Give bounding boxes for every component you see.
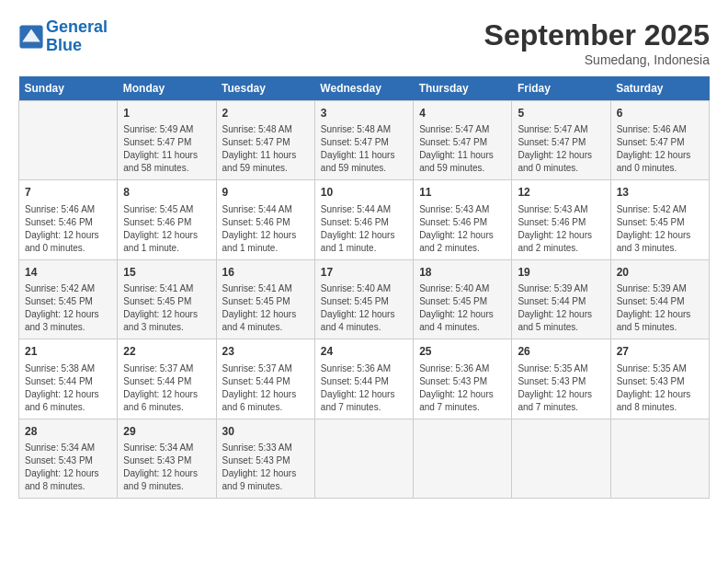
day-info: Sunrise: 5:36 AM Sunset: 5:44 PM Dayligh…: [321, 362, 407, 414]
day-info: Sunrise: 5:42 AM Sunset: 5:45 PM Dayligh…: [617, 203, 703, 255]
calendar-cell: 29Sunrise: 5:34 AM Sunset: 5:43 PM Dayli…: [118, 419, 216, 498]
calendar-cell: 15Sunrise: 5:41 AM Sunset: 5:45 PM Dayli…: [118, 259, 216, 339]
day-info: Sunrise: 5:41 AM Sunset: 5:45 PM Dayligh…: [222, 282, 309, 334]
day-number: 9: [222, 185, 309, 201]
day-number: 17: [321, 265, 407, 281]
calendar-week-row: 21Sunrise: 5:38 AM Sunset: 5:44 PM Dayli…: [19, 339, 710, 419]
logo-text: General Blue: [46, 18, 108, 55]
calendar-cell: 23Sunrise: 5:37 AM Sunset: 5:44 PM Dayli…: [216, 339, 314, 419]
day-info: Sunrise: 5:46 AM Sunset: 5:47 PM Dayligh…: [617, 123, 703, 175]
logo-icon: [18, 24, 44, 50]
day-info: Sunrise: 5:40 AM Sunset: 5:45 PM Dayligh…: [321, 282, 407, 334]
calendar-cell: [314, 419, 413, 498]
day-info: Sunrise: 5:41 AM Sunset: 5:45 PM Dayligh…: [123, 282, 210, 334]
calendar-cell: 13Sunrise: 5:42 AM Sunset: 5:45 PM Dayli…: [610, 180, 709, 259]
day-number: 30: [222, 424, 309, 440]
calendar-cell: 27Sunrise: 5:35 AM Sunset: 5:43 PM Dayli…: [610, 339, 709, 419]
calendar-cell: 24Sunrise: 5:36 AM Sunset: 5:44 PM Dayli…: [314, 339, 413, 419]
calendar-cell: 9Sunrise: 5:44 AM Sunset: 5:46 PM Daylig…: [216, 180, 314, 259]
calendar-cell: 28Sunrise: 5:34 AM Sunset: 5:43 PM Dayli…: [19, 419, 118, 498]
day-number: 2: [222, 106, 309, 121]
day-number: 4: [419, 106, 506, 121]
day-number: 24: [321, 344, 407, 360]
day-number: 21: [25, 344, 111, 360]
day-info: Sunrise: 5:48 AM Sunset: 5:47 PM Dayligh…: [321, 123, 407, 175]
day-number: 28: [25, 424, 111, 440]
calendar-week-row: 1Sunrise: 5:49 AM Sunset: 5:47 PM Daylig…: [19, 101, 710, 180]
day-info: Sunrise: 5:43 AM Sunset: 5:46 PM Dayligh…: [518, 203, 604, 255]
day-info: Sunrise: 5:49 AM Sunset: 5:47 PM Dayligh…: [123, 123, 210, 175]
day-number: 20: [617, 265, 703, 281]
calendar-cell: 11Sunrise: 5:43 AM Sunset: 5:46 PM Dayli…: [414, 180, 512, 259]
day-header-saturday: Saturday: [610, 76, 709, 101]
day-number: 29: [123, 424, 210, 440]
calendar-cell: 6Sunrise: 5:46 AM Sunset: 5:47 PM Daylig…: [610, 101, 709, 180]
day-number: 14: [25, 265, 111, 281]
day-number: 10: [321, 185, 407, 201]
calendar-cell: 2Sunrise: 5:48 AM Sunset: 5:47 PM Daylig…: [216, 101, 314, 180]
day-info: Sunrise: 5:42 AM Sunset: 5:45 PM Dayligh…: [25, 282, 111, 334]
calendar-cell: 21Sunrise: 5:38 AM Sunset: 5:44 PM Dayli…: [19, 339, 118, 419]
calendar-cell: 7Sunrise: 5:46 AM Sunset: 5:46 PM Daylig…: [19, 180, 118, 259]
day-number: 23: [222, 344, 309, 360]
calendar-week-row: 14Sunrise: 5:42 AM Sunset: 5:45 PM Dayli…: [19, 259, 710, 339]
calendar-cell: 12Sunrise: 5:43 AM Sunset: 5:46 PM Dayli…: [512, 180, 610, 259]
day-number: 25: [419, 344, 506, 360]
calendar-table: SundayMondayTuesdayWednesdayThursdayFrid…: [18, 76, 710, 499]
day-number: 15: [123, 265, 210, 281]
day-number: 19: [518, 265, 604, 281]
day-info: Sunrise: 5:43 AM Sunset: 5:46 PM Dayligh…: [419, 203, 506, 255]
calendar-cell: [512, 419, 610, 498]
day-info: Sunrise: 5:33 AM Sunset: 5:43 PM Dayligh…: [222, 442, 309, 493]
day-number: 11: [419, 185, 506, 201]
day-info: Sunrise: 5:39 AM Sunset: 5:44 PM Dayligh…: [518, 282, 604, 334]
calendar-week-row: 28Sunrise: 5:34 AM Sunset: 5:43 PM Dayli…: [19, 419, 710, 498]
day-header-wednesday: Wednesday: [314, 76, 413, 101]
day-info: Sunrise: 5:40 AM Sunset: 5:45 PM Dayligh…: [419, 282, 506, 334]
day-info: Sunrise: 5:35 AM Sunset: 5:43 PM Dayligh…: [617, 362, 703, 414]
page-header: General Blue September 2025 Sumedang, In…: [18, 18, 710, 67]
day-number: 6: [617, 106, 703, 121]
day-info: Sunrise: 5:45 AM Sunset: 5:46 PM Dayligh…: [123, 203, 210, 255]
calendar-cell: 14Sunrise: 5:42 AM Sunset: 5:45 PM Dayli…: [19, 259, 118, 339]
calendar-cell: 16Sunrise: 5:41 AM Sunset: 5:45 PM Dayli…: [216, 259, 314, 339]
day-number: 16: [222, 265, 309, 281]
calendar-cell: 18Sunrise: 5:40 AM Sunset: 5:45 PM Dayli…: [414, 259, 512, 339]
calendar-cell: 17Sunrise: 5:40 AM Sunset: 5:45 PM Dayli…: [314, 259, 413, 339]
day-info: Sunrise: 5:34 AM Sunset: 5:43 PM Dayligh…: [25, 442, 111, 493]
calendar-cell: 4Sunrise: 5:47 AM Sunset: 5:47 PM Daylig…: [414, 101, 512, 180]
day-header-thursday: Thursday: [414, 76, 512, 101]
day-number: 26: [518, 344, 604, 360]
day-info: Sunrise: 5:46 AM Sunset: 5:46 PM Dayligh…: [25, 203, 111, 255]
location: Sumedang, Indonesia: [484, 52, 710, 67]
calendar-cell: [610, 419, 709, 498]
day-number: 18: [419, 265, 506, 281]
day-header-sunday: Sunday: [19, 76, 118, 101]
calendar-cell: 8Sunrise: 5:45 AM Sunset: 5:46 PM Daylig…: [118, 180, 216, 259]
day-number: 22: [123, 344, 210, 360]
calendar-cell: 19Sunrise: 5:39 AM Sunset: 5:44 PM Dayli…: [512, 259, 610, 339]
day-header-friday: Friday: [512, 76, 610, 101]
logo: General Blue: [18, 18, 108, 55]
calendar-cell: 20Sunrise: 5:39 AM Sunset: 5:44 PM Dayli…: [610, 259, 709, 339]
logo-line1: General: [46, 17, 108, 36]
title-block: September 2025 Sumedang, Indonesia: [484, 18, 710, 67]
day-info: Sunrise: 5:38 AM Sunset: 5:44 PM Dayligh…: [25, 362, 111, 414]
day-number: 3: [321, 106, 407, 121]
day-info: Sunrise: 5:39 AM Sunset: 5:44 PM Dayligh…: [617, 282, 703, 334]
calendar-cell: 10Sunrise: 5:44 AM Sunset: 5:46 PM Dayli…: [314, 180, 413, 259]
day-info: Sunrise: 5:37 AM Sunset: 5:44 PM Dayligh…: [222, 362, 309, 414]
calendar-cell: [19, 101, 118, 180]
calendar-cell: 5Sunrise: 5:47 AM Sunset: 5:47 PM Daylig…: [512, 101, 610, 180]
day-info: Sunrise: 5:47 AM Sunset: 5:47 PM Dayligh…: [518, 123, 604, 175]
calendar-cell: 22Sunrise: 5:37 AM Sunset: 5:44 PM Dayli…: [118, 339, 216, 419]
day-info: Sunrise: 5:37 AM Sunset: 5:44 PM Dayligh…: [123, 362, 210, 414]
calendar-cell: 30Sunrise: 5:33 AM Sunset: 5:43 PM Dayli…: [216, 419, 314, 498]
day-number: 13: [617, 185, 703, 201]
day-info: Sunrise: 5:36 AM Sunset: 5:43 PM Dayligh…: [419, 362, 506, 414]
day-number: 8: [123, 185, 210, 201]
calendar-cell: [414, 419, 512, 498]
day-number: 5: [518, 106, 604, 121]
day-info: Sunrise: 5:35 AM Sunset: 5:43 PM Dayligh…: [518, 362, 604, 414]
day-info: Sunrise: 5:34 AM Sunset: 5:43 PM Dayligh…: [123, 442, 210, 493]
